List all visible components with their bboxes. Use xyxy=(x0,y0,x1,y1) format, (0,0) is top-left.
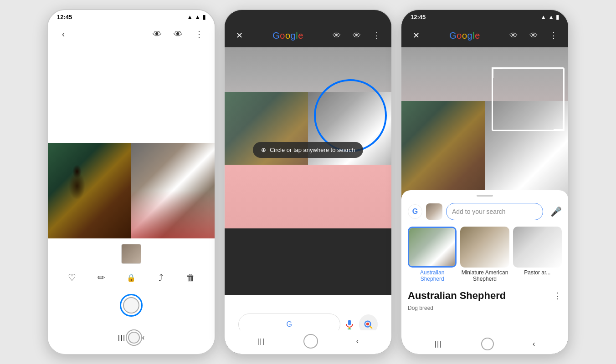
delete-button[interactable]: 🗑 xyxy=(182,269,199,286)
view-icon-2[interactable]: 👁 xyxy=(329,28,344,43)
top-bar-2: ✕ Google 👁 👁 ⋮ xyxy=(225,10,391,47)
time-1: 12:45 xyxy=(57,14,72,20)
more-icon-3[interactable]: ⋮ xyxy=(546,28,561,43)
status-bar-3: 12:45 ▲ ▲ ▮ xyxy=(401,10,568,22)
home-button[interactable] xyxy=(120,294,143,317)
battery-icon: ▮ xyxy=(202,14,205,20)
nav-bar-1: ||| ‹ xyxy=(104,327,158,350)
home-btn-container xyxy=(120,291,143,321)
dog-photo xyxy=(131,143,215,238)
google-logo-3: Google xyxy=(449,30,480,41)
nav-lines-3: ||| xyxy=(435,340,442,348)
lens-icon xyxy=(363,319,373,329)
back-button[interactable]: ‹ xyxy=(56,27,71,41)
breed-title-row: Australian Shepherd ⋮ xyxy=(401,286,568,303)
google-search-row: G Add to your search 🎤 xyxy=(401,200,568,223)
edit-button[interactable]: ✏ xyxy=(93,269,110,286)
more-options-icon[interactable]: ⋮ xyxy=(192,27,206,41)
nav-circle-inner xyxy=(128,332,140,344)
wifi-icon: ▲ xyxy=(187,14,193,20)
breed-sub: Dog breed xyxy=(401,305,440,311)
search-google-logo: G xyxy=(286,320,292,329)
home-button-inner xyxy=(123,297,139,313)
result-item-1[interactable]: Australian Shepherd xyxy=(408,227,457,283)
dog-image xyxy=(131,143,215,238)
eye-icon-3[interactable]: 👁 xyxy=(526,28,541,43)
svg-point-4 xyxy=(366,323,369,325)
result-label-1: Australian Shepherd xyxy=(408,269,457,283)
result-label-3: Pastor ar... xyxy=(513,269,562,276)
dog-photo-3 xyxy=(485,101,568,201)
header-icons: 👁 👁 ⋮ xyxy=(150,27,206,41)
nav-bar-2: ||| ‹ xyxy=(225,330,391,354)
image-grid-1 xyxy=(48,143,215,238)
share-button[interactable]: ⤴ xyxy=(153,269,169,286)
img-grid-3 xyxy=(401,101,568,201)
cat-photo xyxy=(48,143,131,238)
result-item-3[interactable]: Pastor ar... xyxy=(513,227,562,283)
status-bar-1: 12:45 ▲ ▲ ▮ xyxy=(48,10,215,22)
top-bar-icons-2: 👁 👁 ⋮ xyxy=(329,28,384,43)
status-icons-3: ▲ ▲ ▮ xyxy=(540,14,559,20)
nav-chevron-2: ‹ xyxy=(356,337,359,345)
header-1: ‹ 👁 👁 ⋮ xyxy=(48,22,215,46)
more-icon-2[interactable]: ⋮ xyxy=(370,28,384,43)
result-image-2 xyxy=(460,227,509,268)
nav-lines-2: ||| xyxy=(257,338,265,345)
eye-icon-2[interactable]: 👁 xyxy=(349,28,364,43)
svg-line-5 xyxy=(370,326,372,328)
result-bg-3 xyxy=(513,227,562,268)
phone-2: 12:45 ▲ ▲ ▮ ✕ Google 👁 👁 ⋮ xyxy=(224,9,392,355)
heart-button[interactable]: ♡ xyxy=(64,269,80,286)
bottom-panel-3: G Add to your search 🎤 Australian Shephe… xyxy=(401,190,568,354)
signal-icon: ▲ xyxy=(195,14,200,20)
pink-bg xyxy=(225,165,391,228)
nav-circle-2[interactable] xyxy=(303,334,318,349)
phone-3: 12:45 ▲ ▲ ▮ ✕ Google 👁 👁 ⋮ xyxy=(400,9,569,355)
lock-button[interactable]: 🔒 xyxy=(123,269,139,286)
panel-handle xyxy=(477,195,493,197)
phone-1: 12:45 ▲ ▲ ▮ ‹ 👁 👁 ⋮ ♡ ✏ 🔒 ⤴ xyxy=(47,9,216,355)
breed-title: Australian Shepherd xyxy=(408,290,506,302)
thumbnail-strip[interactable] xyxy=(121,244,141,264)
time-3: 12:45 xyxy=(411,14,426,20)
mic-icon-3[interactable]: 🎤 xyxy=(550,206,562,217)
top-bar-icons-3: 👁 👁 ⋮ xyxy=(506,28,561,43)
svg-rect-0 xyxy=(348,320,351,325)
bottom-bar-1: ♡ ✏ 🔒 ⤴ 🗑 ||| ‹ xyxy=(48,238,215,354)
more-icon-breed[interactable]: ⋮ xyxy=(554,291,562,301)
nav-lines: ||| xyxy=(118,334,126,341)
search-bar-text: Add to your search xyxy=(452,208,506,215)
close-button-2[interactable]: ✕ xyxy=(232,28,246,43)
search-hint-text: Circle or tap anywhere to search xyxy=(270,147,355,153)
action-icons: ♡ ✏ 🔒 ⤴ 🗑 xyxy=(48,269,215,286)
eye-icon[interactable]: 👁 xyxy=(171,27,185,41)
result-label-2: Miniature American Shepherd xyxy=(460,269,509,283)
nav-bar-3: ||| ‹ xyxy=(401,336,568,354)
empty-area xyxy=(48,46,215,88)
cat-photo-3 xyxy=(401,101,485,201)
google-logo-2: Google xyxy=(272,30,303,41)
signal-icon-3: ▲ xyxy=(548,14,554,20)
close-button-3[interactable]: ✕ xyxy=(409,28,423,43)
search-input-3[interactable]: Add to your search xyxy=(446,203,543,220)
result-bg-2 xyxy=(460,227,509,268)
search-hint: ⊕ Circle or tap anywhere to search xyxy=(253,142,363,158)
wifi-icon-3: ▲ xyxy=(540,14,546,20)
nav-chevron-3: ‹ xyxy=(533,340,535,348)
status-icons-1: ▲ ▲ ▮ xyxy=(187,14,205,20)
search-icon-hint: ⊕ xyxy=(261,147,266,153)
view-icon-3[interactable]: 👁 xyxy=(506,28,521,43)
battery-icon-3: ▮ xyxy=(556,14,559,20)
result-bg-1 xyxy=(409,228,455,266)
result-image-3 xyxy=(513,227,562,268)
result-item-2[interactable]: Miniature American Shepherd xyxy=(460,227,509,283)
nav-circle-3[interactable] xyxy=(481,338,494,350)
view-icon[interactable]: 👁 xyxy=(150,27,164,41)
nav-circle[interactable] xyxy=(126,329,142,346)
results-grid: Australian Shepherd Miniature American S… xyxy=(401,223,568,286)
result-image-1 xyxy=(408,227,457,268)
google-g-icon: G xyxy=(408,204,422,219)
cat-image xyxy=(48,143,131,238)
nav-chevron: ‹ xyxy=(142,334,144,342)
